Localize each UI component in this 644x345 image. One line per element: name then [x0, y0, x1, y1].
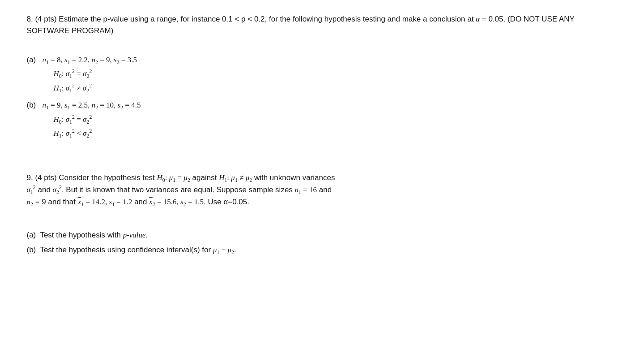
q8-title: 8. (4 pts) Estimate the p-value using a …: [27, 13, 609, 37]
q8-part-b-h1: H1: σ12 < σ22: [54, 127, 609, 139]
q9-part-b-math: μ1 − μ2: [213, 246, 234, 254]
question-8: 8. (4 pts) Estimate the p-value using a …: [27, 13, 609, 139]
q9-title: 9. (4 pts) Consider the hypothesis test …: [27, 172, 609, 208]
q8-part-a-h0: H0: σ12 = σ22: [54, 68, 609, 80]
q8-part-a-h1: H1: σ12 ≠ σ22: [54, 82, 609, 94]
q8-part-a-params: n1 = 8, s1 = 2.2, n2 = 9, s2 = 3.5: [42, 56, 136, 64]
q9-pvalue-label: p-value: [123, 231, 146, 239]
q8-alpha: α: [476, 15, 480, 23]
q9-part-b: (b) Test the hypothesis using confidence…: [27, 244, 609, 256]
question-9: 9. (4 pts) Consider the hypothesis test …: [27, 172, 609, 256]
q9-part-a: (a) Test the hypothesis with p-value.: [27, 229, 609, 241]
content-area: 8. (4 pts) Estimate the p-value using a …: [27, 13, 609, 256]
q8-part-b-params: n1 = 9, s1 = 2.5, n2 = 10, s2 = 4.5: [42, 101, 141, 109]
q8-part-a: (a) n1 = 8, s1 = 2.2, n2 = 9, s2 = 3.5 H…: [27, 53, 609, 94]
q8-part-b: (b) n1 = 9, s1 = 2.5, n2 = 10, s2 = 4.5 …: [27, 99, 609, 139]
q8-part-b-h0: H0: σ12 = σ22: [54, 113, 609, 125]
q8-part-a-label: (a): [27, 56, 43, 64]
q8-part-b-label: (b): [27, 101, 43, 109]
